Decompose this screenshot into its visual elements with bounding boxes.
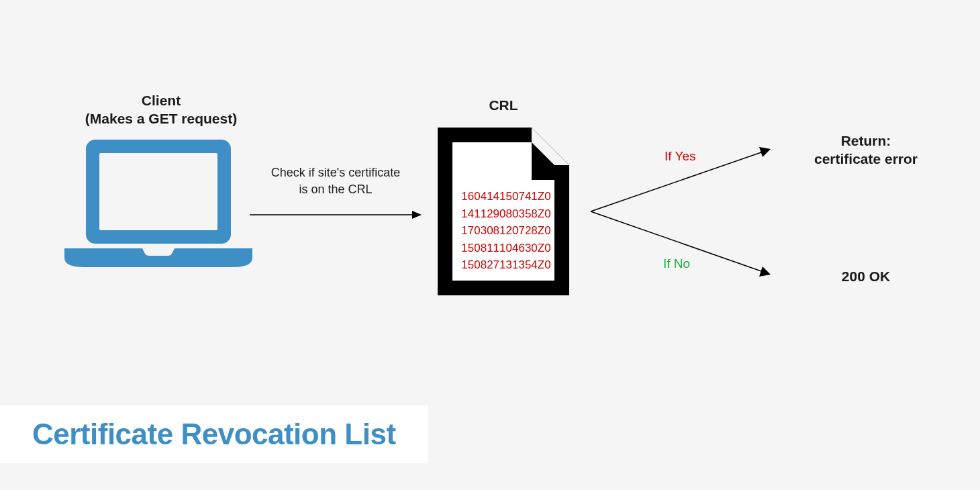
return-line1: Return: [841, 133, 891, 148]
arrow-check-line2: is on the CRL [299, 183, 372, 196]
if-yes-label: If Yes [665, 149, 696, 164]
client-label-line1: Client [142, 93, 181, 108]
title-box: Certificate Revocation List [0, 405, 428, 463]
arrow-to-crl-icon [248, 208, 423, 222]
crl-entry: 150827131354Z0 [456, 256, 556, 274]
svg-marker-3 [412, 211, 422, 219]
arrow-check-line1: Check if site's certificate [271, 166, 401, 179]
svg-marker-11 [759, 266, 771, 277]
client-label: Client (Makes a GET request) [67, 91, 255, 128]
diagram-title: Certificate Revocation List [32, 418, 396, 451]
svg-marker-9 [759, 147, 771, 157]
crl-entries: 160414150741Z0 141129080358Z0 1703081207… [456, 188, 556, 274]
if-no-label: If No [663, 256, 690, 271]
return-line2: certificate error [814, 151, 918, 166]
crl-entry: 160414150741Z0 [456, 188, 556, 205]
ok-label: 200 OK [792, 268, 940, 285]
crl-entry: 141129080358Z0 [456, 205, 556, 223]
client-label-line2: (Makes a GET request) [85, 111, 237, 126]
svg-rect-1 [99, 153, 217, 230]
return-error-label: Return: certificate error [792, 132, 940, 168]
laptop-icon [58, 134, 259, 282]
crl-label: CRL [450, 97, 557, 113]
arrow-check-label: Check if site's certificate is on the CR… [248, 164, 423, 198]
crl-entry: 170308120728Z0 [456, 222, 556, 240]
crl-entry: 150811104630Z0 [456, 240, 556, 257]
